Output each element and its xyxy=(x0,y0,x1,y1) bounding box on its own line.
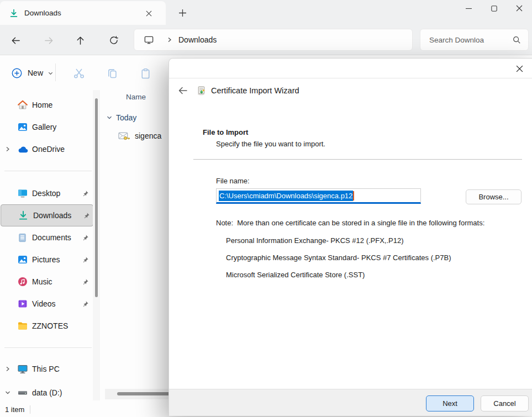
status-items-count: 1 item xyxy=(5,405,24,414)
copy-button[interactable] xyxy=(105,66,119,81)
sidebar-item-pictures[interactable]: Pictures xyxy=(0,249,93,271)
screen: Downloads xyxy=(0,0,532,417)
sidebar-item-zznotes[interactable]: ZZNOTES xyxy=(0,315,93,337)
sidebar-item-label: Gallery xyxy=(32,123,56,131)
status-divider xyxy=(30,405,30,414)
column-header-name[interactable]: Name xyxy=(126,93,146,101)
folder-icon xyxy=(17,320,29,331)
file-row-sigenca[interactable]: sigenca xyxy=(118,130,161,141)
next-button[interactable]: Next xyxy=(426,395,474,411)
home-icon xyxy=(17,99,29,110)
window-controls xyxy=(456,0,532,17)
paste-button[interactable] xyxy=(138,66,152,81)
new-button[interactable]: New xyxy=(6,64,59,82)
breadcrumb-chevron-icon xyxy=(166,36,173,43)
cancel-button-label: Cancel xyxy=(493,399,515,408)
cut-button[interactable] xyxy=(72,66,86,81)
forward-button[interactable] xyxy=(43,34,55,46)
close-button[interactable] xyxy=(507,0,532,17)
music-icon xyxy=(17,276,29,287)
file-name-input[interactable]: C:\Users\cmiadm\Downloads\sigenca.p12 xyxy=(216,188,421,204)
section-title: File to Import xyxy=(203,128,248,136)
pin-icon xyxy=(82,190,89,197)
sidebar-item-downloads[interactable]: Downloads xyxy=(1,204,93,226)
group-header-today[interactable]: Today xyxy=(106,113,136,122)
pin-icon xyxy=(82,256,89,263)
new-button-label: New xyxy=(28,68,43,77)
new-tab-button[interactable] xyxy=(176,6,189,19)
tab-close-icon[interactable] xyxy=(143,7,155,19)
pin-icon xyxy=(82,278,89,286)
sidebar-divider xyxy=(4,347,92,348)
certificate-import-wizard-dialog: Certificate Import Wizard File to Import… xyxy=(168,58,532,415)
selected-text: C:\Users\cmiadm\Downloads\sigenca.p12 xyxy=(219,191,353,201)
toolbar-divider xyxy=(55,64,56,81)
certificate-wizard-icon xyxy=(196,86,206,96)
sidebar-item-label: Documents xyxy=(32,233,71,242)
tab-title: Downloads xyxy=(24,9,61,17)
sidebar-item-music[interactable]: Music xyxy=(0,271,93,293)
sidebar-item-label: ZZNOTES xyxy=(32,321,68,330)
sidebar-item-label: data (D:) xyxy=(32,388,62,397)
up-button[interactable] xyxy=(74,34,86,46)
sidebar-item-label: Pictures xyxy=(32,255,60,264)
refresh-button[interactable] xyxy=(108,34,120,46)
sidebar-item-gallery[interactable]: Gallery xyxy=(0,116,93,138)
sidebar-item-videos[interactable]: Videos xyxy=(0,293,93,315)
download-icon xyxy=(18,210,30,220)
navigation-bar: Downloads Search Downloa xyxy=(0,25,532,55)
sidebar-scrollbar-thumb[interactable] xyxy=(95,98,98,297)
breadcrumb-item-downloads[interactable]: Downloads xyxy=(178,35,217,44)
sidebar-item-onedrive[interactable]: OneDrive xyxy=(0,138,93,160)
breadcrumb[interactable]: Downloads xyxy=(134,29,413,51)
section-subtitle: Specify the file you want to import. xyxy=(216,140,325,148)
browse-button[interactable]: Browse... xyxy=(466,189,522,204)
format-line-pkcs7: Cryptographic Message Syntax Standard- P… xyxy=(226,254,451,262)
cancel-button[interactable]: Cancel xyxy=(481,395,529,411)
tab-bar: Downloads xyxy=(0,0,532,25)
browse-button-label: Browse... xyxy=(478,193,508,201)
dialog-close-button[interactable] xyxy=(508,62,530,75)
sidebar-item-label: Downloads xyxy=(33,211,71,220)
wizard-back-button[interactable] xyxy=(176,84,189,97)
format-line-sst: Microsoft Serialized Certificate Store (… xyxy=(226,271,365,279)
tab-downloads[interactable]: Downloads xyxy=(0,1,166,25)
maximize-button[interactable] xyxy=(481,0,507,17)
sidebar-item-label: This PC xyxy=(32,365,60,373)
gallery-icon xyxy=(17,122,29,133)
pin-icon xyxy=(82,300,89,308)
certificate-file-icon xyxy=(118,130,130,141)
chevron-down-icon[interactable] xyxy=(106,114,113,121)
this-pc-icon[interactable] xyxy=(144,35,154,45)
search-input[interactable]: Search Downloa xyxy=(420,29,529,51)
sidebar-item-this-pc[interactable]: This PC xyxy=(0,358,93,380)
format-line-pkcs12: Personal Information Exchange- PKCS #12 … xyxy=(226,236,404,245)
section-divider xyxy=(193,159,522,160)
note-text: Note: More than one certificate can be s… xyxy=(216,219,484,227)
sidebar-item-label: OneDrive xyxy=(32,145,65,154)
chevron-right-icon[interactable] xyxy=(4,366,12,372)
chevron-down-icon[interactable] xyxy=(4,389,12,396)
sidebar-item-label: Home xyxy=(32,101,52,109)
sidebar-item-documents[interactable]: Documents xyxy=(0,226,93,249)
text-caret xyxy=(353,191,354,200)
this-pc-icon xyxy=(17,363,29,374)
sidebar-item-desktop[interactable]: Desktop xyxy=(0,182,93,204)
pin-icon xyxy=(82,234,89,241)
back-button[interactable] xyxy=(9,34,22,46)
sidebar-item-home[interactable]: Home xyxy=(0,94,93,116)
minimize-button[interactable] xyxy=(456,0,481,17)
dialog-title-bar xyxy=(169,59,532,78)
onedrive-icon xyxy=(17,145,29,154)
next-button-label: Next xyxy=(443,399,457,408)
horizontal-scrollbar-thumb[interactable] xyxy=(117,392,170,395)
chevron-down-icon xyxy=(48,70,54,76)
group-label: Today xyxy=(116,113,136,122)
dialog-title: Certificate Import Wizard xyxy=(211,86,299,95)
chevron-right-icon[interactable] xyxy=(4,146,12,152)
file-name: sigenca xyxy=(135,131,161,140)
navigation-pane: Home Gallery OneDrive Desktop xyxy=(0,89,101,402)
search-icon[interactable] xyxy=(512,35,521,44)
videos-icon xyxy=(17,298,29,309)
sidebar-item-data-d[interactable]: data (D:) xyxy=(0,382,93,404)
